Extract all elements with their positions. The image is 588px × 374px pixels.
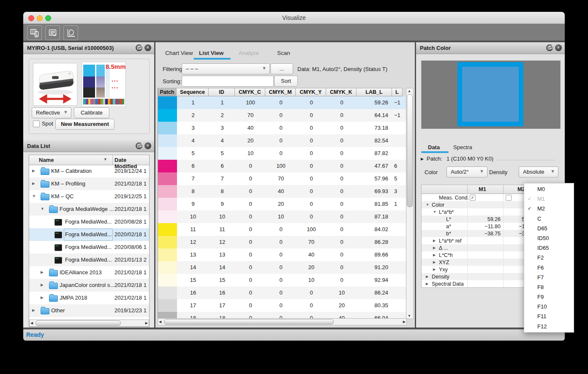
tab-chart-view[interactable]: Chart View xyxy=(165,50,193,56)
calibrate-button[interactable]: Calibrate xyxy=(74,107,109,118)
scroll-right-icon[interactable]: ▶ xyxy=(403,320,406,324)
tab-scan[interactable]: Scan xyxy=(277,50,290,56)
sort-button[interactable]: Sort xyxy=(274,76,298,87)
menu-item-d65[interactable]: D65 xyxy=(524,224,574,233)
table-row[interactable]: 880400069.933 xyxy=(158,185,406,198)
table-row[interactable]: 13130040089.66 xyxy=(158,248,406,261)
list-item[interactable]: ▶IDEAlliance 20132021/02/18 1 xyxy=(29,266,149,279)
data-list-view-button[interactable] xyxy=(45,25,60,40)
collapse-icon[interactable]: ▼ xyxy=(426,203,429,207)
column-header-cmyk_y[interactable]: CMYK_Y xyxy=(296,88,326,96)
list-item[interactable]: Fogra MediaWed...2021/01/13 2 xyxy=(29,254,149,266)
list-item[interactable]: ▶JapanColor control s...2021/02/18 1 xyxy=(29,279,149,292)
collapse-icon[interactable]: ▼ xyxy=(32,194,36,198)
table-row[interactable]: 227000064.14−1 xyxy=(158,109,406,122)
menu-item-m0[interactable]: M0 xyxy=(524,184,574,194)
scroll-thumb[interactable] xyxy=(407,94,413,207)
expand-icon[interactable]: ▶ xyxy=(426,282,428,286)
menu-item-id65[interactable]: ID65 xyxy=(524,243,574,253)
collapse-icon[interactable]: ▼ xyxy=(433,210,436,214)
data-list-hscrollbar[interactable]: ◀ ▶ xyxy=(29,319,149,327)
list-item[interactable]: ▶KM – Calibration2019/12/24 1 xyxy=(29,165,149,177)
scroll-thumb[interactable] xyxy=(35,320,121,326)
column-m1-header[interactable]: M1 xyxy=(479,186,486,192)
table-row[interactable]: 990200081.851 xyxy=(158,198,406,210)
table-row[interactable]: 551000087.82 xyxy=(158,147,406,160)
table-row[interactable]: 442000082.54 xyxy=(158,134,406,147)
expand-icon[interactable]: ▶ xyxy=(32,181,35,186)
patch-disclosure-icon[interactable]: ▶ xyxy=(421,157,424,161)
expand-icon[interactable]: ▶ xyxy=(433,246,436,250)
float-panel-button[interactable] xyxy=(136,44,142,51)
scroll-down-icon[interactable]: ▼ xyxy=(408,314,411,318)
menu-item-f11[interactable]: F11 xyxy=(524,311,574,321)
expand-icon[interactable]: ▶ xyxy=(41,270,44,274)
close-patch-panel-button[interactable]: × xyxy=(555,44,562,51)
table-row[interactable]: 334000073.18 xyxy=(158,122,406,134)
list-item[interactable]: Fogra MediaWed...2020/08/06 1 xyxy=(29,241,149,254)
close-panel-button[interactable]: × xyxy=(144,44,151,51)
tab-list-view[interactable]: List View xyxy=(199,50,223,56)
menu-item-f6[interactable]: F6 xyxy=(524,263,574,273)
list-item[interactable]: ▶Other2019/12/23 1 xyxy=(29,304,149,317)
collapse-icon[interactable]: ▼ xyxy=(41,207,44,211)
table-row[interactable]: 15150010092.94 xyxy=(158,274,406,287)
table-row[interactable]: 14140020091.20 xyxy=(158,261,406,274)
menu-item-f9[interactable]: F9 xyxy=(524,292,574,302)
menu-item-c[interactable]: C xyxy=(524,214,574,224)
scroll-right-icon[interactable]: ▶ xyxy=(145,321,148,325)
list-item[interactable]: ▶JMPA 20182021/02/18 1 xyxy=(29,292,149,304)
expand-icon[interactable]: ▶ xyxy=(433,239,436,243)
filter-more-button[interactable]: ... xyxy=(270,63,293,74)
tab-analyze[interactable]: Analyze xyxy=(239,50,259,56)
expand-icon[interactable]: ▶ xyxy=(32,169,35,173)
list-item[interactable]: ▼KM – QC2019/12/25 1 xyxy=(29,190,149,203)
expand-icon[interactable]: ▶ xyxy=(433,268,436,271)
table-row[interactable]: 10100100087.18 xyxy=(158,210,406,223)
menu-item-id50[interactable]: ID50 xyxy=(524,233,574,243)
table-row[interactable]: 770700057.965 xyxy=(158,172,406,185)
color-observer-select[interactable]: Auto/2° ▼ xyxy=(446,167,487,177)
menu-item-m2[interactable]: ✓M2 xyxy=(524,204,574,213)
m1-checkbox[interactable]: ✓ xyxy=(470,195,476,201)
table-row[interactable]: 111100100084.02 xyxy=(158,223,406,236)
tab-spectra[interactable]: Spectra xyxy=(453,144,472,150)
list-item[interactable]: Fogra MediaWed...2020/08/28 1 xyxy=(29,216,149,228)
name-column-header[interactable]: Name xyxy=(39,157,54,163)
menu-item-f2[interactable]: F2 xyxy=(524,253,574,262)
column-header-patch[interactable]: Patch xyxy=(158,88,177,96)
scroll-up-icon[interactable]: ▲ xyxy=(408,89,411,93)
column-header-l[interactable]: L xyxy=(392,88,403,96)
list-item[interactable]: ▶KM – Profiling2021/02/18 1 xyxy=(29,177,149,190)
measurement-view-button[interactable] xyxy=(27,25,42,40)
table-row[interactable]: 6601000047.676 xyxy=(158,160,406,172)
table-row[interactable]: 16160001086.24 xyxy=(158,287,406,299)
column-header-id[interactable]: ID xyxy=(209,88,235,96)
menu-item-f7[interactable]: F7 xyxy=(524,273,574,282)
measurement-mode-select[interactable]: Reflective ▼ xyxy=(32,107,71,118)
float-data-list-button[interactable] xyxy=(136,142,142,149)
table-row[interactable]: 12120070086.28 xyxy=(158,236,406,248)
column-header-cmyk_c[interactable]: CMYK_C xyxy=(235,88,265,96)
column-header-cmyk_m[interactable]: CMYK_M xyxy=(265,88,296,96)
expand-icon[interactable]: ▶ xyxy=(32,308,35,312)
menu-item-m1[interactable]: ✓M1 xyxy=(524,194,574,204)
expand-icon[interactable]: ▶ xyxy=(433,260,436,264)
list-item[interactable]: ▼Fogra MediaWedge ...2021/02/18 1 xyxy=(29,203,149,216)
gamut-chart-view-button[interactable] xyxy=(63,25,78,40)
table-vscrollbar[interactable]: ▲ ▼ xyxy=(406,88,414,319)
close-data-list-button[interactable]: × xyxy=(144,142,151,149)
table-row[interactable]: 17170002080.35 xyxy=(158,299,406,312)
density-select[interactable]: Absolute ▼ xyxy=(519,167,558,177)
table-row[interactable]: 18180004066.04 xyxy=(158,312,406,318)
m2-checkbox[interactable] xyxy=(506,195,512,201)
float-patch-panel-button[interactable] xyxy=(546,44,553,51)
column-header-cmyk_k[interactable]: CMYK_K xyxy=(326,88,357,96)
scroll-thumb[interactable] xyxy=(164,319,334,325)
expand-icon[interactable]: ▶ xyxy=(426,275,428,278)
filtering-select[interactable]: – – – ▼ xyxy=(182,63,270,74)
scroll-left-icon[interactable]: ◀ xyxy=(30,321,33,325)
expand-icon[interactable]: ▶ xyxy=(41,283,44,287)
scroll-left-icon[interactable]: ◀ xyxy=(159,320,161,324)
table-hscrollbar[interactable]: ◀ ▶ xyxy=(158,318,407,325)
